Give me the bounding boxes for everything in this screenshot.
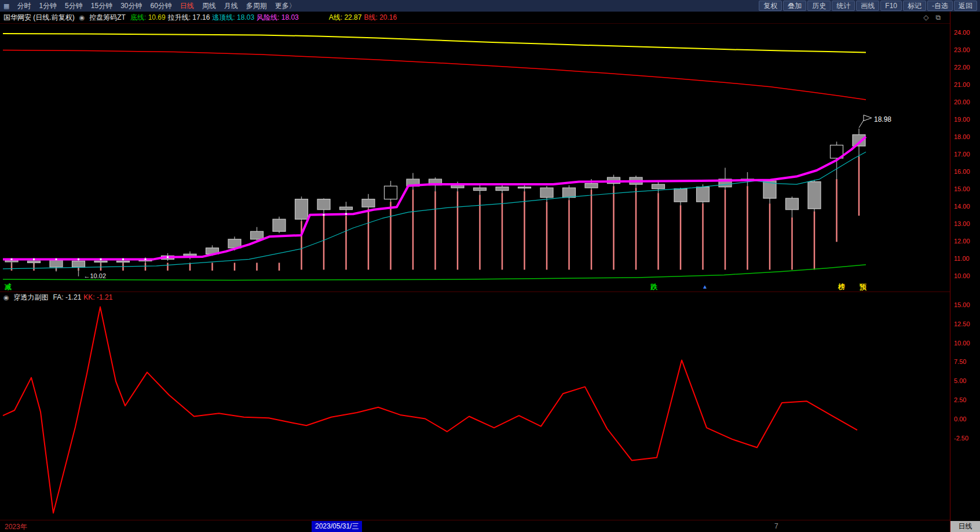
app-menu-icon[interactable]: ▦ bbox=[0, 2, 13, 10]
indicator-field-value: 22.87 bbox=[344, 13, 361, 21]
indicator-field-label: 底线: bbox=[130, 13, 148, 21]
indicator-field-value: -1.21 bbox=[65, 293, 81, 301]
toolbar-button--自选[interactable]: -自选 bbox=[927, 1, 953, 11]
price-axis-label: 0.00 bbox=[954, 416, 966, 422]
main-indicator-name[interactable]: 控盘筹码ZT bbox=[89, 13, 126, 23]
indicator-field-label: 拉升线: bbox=[168, 13, 193, 21]
price-axis-label: 22.00 bbox=[954, 64, 970, 71]
price-axis-label: 10.00 bbox=[954, 272, 970, 279]
tdx-trading-window: ▦ 分时1分钟5分钟15分钟30分钟60分钟日线周线月线多周期更多〉 复权叠加历… bbox=[0, 0, 980, 532]
top-toolbar: ▦ 分时1分钟5分钟15分钟30分钟60分钟日线周线月线多周期更多〉 复权叠加历… bbox=[0, 0, 980, 12]
indicator-field: A线: 22.87 bbox=[329, 13, 362, 21]
toolbar-button-历史[interactable]: 历史 bbox=[807, 1, 831, 11]
toolbar-button-标记[interactable]: 标记 bbox=[903, 1, 926, 11]
price-axis-label: 24.00 bbox=[954, 29, 970, 36]
price-axis-label: 14.00 bbox=[954, 203, 970, 210]
price-axis-label: 12.50 bbox=[954, 320, 970, 327]
indicator-field-value: 18.03 bbox=[237, 13, 254, 21]
period-tab-多周期[interactable]: 多周期 bbox=[242, 0, 271, 12]
window-expand-icon[interactable]: ⧉ bbox=[935, 13, 941, 21]
indicator-field: 风险线: 18.03 bbox=[257, 13, 299, 21]
event-marker-减: 减 bbox=[5, 283, 12, 291]
period-tab-更多〉[interactable]: 更多〉 bbox=[271, 0, 300, 12]
indicator-field-value: 17.16 bbox=[192, 13, 210, 21]
period-tab-日线[interactable]: 日线 bbox=[176, 0, 198, 12]
price-axis-label: 19.00 bbox=[954, 116, 970, 123]
time-axis[interactable]: 2023年 2023/05/31/三 7 bbox=[0, 520, 950, 532]
sub-indicator-values: FA: -1.21KK: -1.21 bbox=[53, 293, 115, 301]
price-axis-label: 7.50 bbox=[954, 358, 966, 365]
price-axis-label: 18.00 bbox=[954, 133, 970, 140]
price-axis-label: 11.00 bbox=[954, 255, 970, 262]
event-marker-榜: 榜 bbox=[838, 283, 845, 291]
price-axis-divider bbox=[950, 12, 950, 532]
price-axis-label: 2.50 bbox=[954, 396, 966, 403]
diamond-icon[interactable]: ◇ bbox=[923, 13, 928, 21]
indicator-field-label: FA: bbox=[53, 293, 65, 301]
period-tab-60分钟[interactable]: 60分钟 bbox=[147, 0, 176, 12]
sub-chart-header: ◉ 穿透力副图 FA: -1.21KK: -1.21 bbox=[0, 292, 115, 303]
indicator-field-value: -1.21 bbox=[97, 293, 112, 301]
event-marker-row: 减跌▲榜预 bbox=[0, 283, 950, 292]
symbol-title: 国华网安 (日线.前复权) bbox=[3, 13, 75, 23]
sub-chart[interactable] bbox=[0, 303, 950, 520]
indicator-field: KK: -1.21 bbox=[83, 293, 112, 301]
svg-text:18.98: 18.98 bbox=[874, 115, 891, 123]
price-axis-label: -2.50 bbox=[954, 435, 968, 442]
period-tab-月线[interactable]: 月线 bbox=[220, 0, 242, 12]
period-tab-周线[interactable]: 周线 bbox=[198, 0, 220, 12]
price-axis-label: 20.00 bbox=[954, 99, 970, 105]
indicator-field-value: 20.16 bbox=[379, 13, 397, 21]
svg-text:←10.02: ←10.02 bbox=[84, 272, 107, 279]
price-axis-label: 10.00 bbox=[954, 340, 970, 347]
toolbar-button-复权[interactable]: 复权 bbox=[759, 1, 782, 11]
indicator-field-value: 18.03 bbox=[281, 13, 299, 21]
period-indicator[interactable]: 日线 bbox=[950, 521, 980, 532]
indicator-field-label: A线: bbox=[329, 13, 345, 21]
toolbar-button-统计[interactable]: 统计 bbox=[832, 1, 855, 11]
period-tab-15分钟[interactable]: 15分钟 bbox=[87, 0, 116, 12]
period-tab-分时[interactable]: 分时 bbox=[13, 0, 35, 12]
crosshair-date-label: 2023/05/31/三 bbox=[312, 521, 362, 532]
sub-indicator-collapse-icon[interactable]: ◉ bbox=[3, 294, 9, 301]
price-axis-label: 15.00 bbox=[954, 185, 970, 192]
toolbar-button-叠加[interactable]: 叠加 bbox=[783, 1, 806, 11]
period-tab-bar: 分时1分钟5分钟15分钟30分钟60分钟日线周线月线多周期更多〉 bbox=[13, 0, 299, 12]
event-marker-预: 预 bbox=[860, 283, 866, 291]
indicator-field-value: 10.69 bbox=[148, 13, 166, 21]
event-marker-跌: 跌 bbox=[650, 283, 657, 291]
price-axis-label: 15.00 bbox=[954, 301, 970, 308]
header-divider bbox=[0, 23, 950, 24]
toolbar-button-F10[interactable]: F10 bbox=[880, 1, 902, 11]
toolbar-action-bar: 复权叠加历史统计画线F10标记-自选返回 bbox=[758, 1, 980, 11]
main-indicator-values: 底线: 10.69拉升线: 17.16逃顶线: 18.03风险线: 18.03A… bbox=[130, 13, 399, 23]
period-tab-30分钟[interactable]: 30分钟 bbox=[116, 0, 146, 12]
sub-indicator-name[interactable]: 穿透力副图 bbox=[14, 293, 49, 303]
price-axis-label: 16.00 bbox=[954, 168, 970, 175]
main-chart-header: 国华网安 (日线.前复权) ◉ 控盘筹码ZT 底线: 10.69拉升线: 17.… bbox=[0, 12, 950, 23]
price-axis-label: 21.00 bbox=[954, 81, 970, 88]
period-tab-5分钟[interactable]: 5分钟 bbox=[61, 0, 87, 12]
indicator-field: FA: -1.21 bbox=[53, 293, 82, 301]
main-chart[interactable]: ←10.0218.98 bbox=[0, 23, 950, 291]
price-axis-label: 23.00 bbox=[954, 46, 970, 53]
indicator-field-label: 逃顶线: bbox=[212, 13, 237, 21]
indicator-field: 底线: 10.69 bbox=[130, 13, 166, 21]
indicator-field: 逃顶线: 18.03 bbox=[212, 13, 254, 21]
price-axis-label: 5.00 bbox=[954, 377, 966, 384]
toolbar-button-返回[interactable]: 返回 bbox=[954, 1, 977, 11]
indicator-field: B线: 20.16 bbox=[364, 13, 397, 21]
price-axis-label: 13.00 bbox=[954, 220, 970, 227]
toolbar-button-画线[interactable]: 画线 bbox=[856, 1, 879, 11]
indicator-field-label: KK: bbox=[83, 293, 97, 301]
indicator-collapse-icon[interactable]: ◉ bbox=[79, 14, 85, 21]
indicator-field-label: B线: bbox=[364, 13, 379, 21]
price-axis-label: 12.00 bbox=[954, 238, 970, 245]
price-axis-label: 17.00 bbox=[954, 151, 970, 158]
indicator-field-label: 风险线: bbox=[257, 13, 281, 21]
axis-mid-label: 7 bbox=[774, 522, 778, 530]
period-tab-1分钟[interactable]: 1分钟 bbox=[35, 0, 61, 12]
indicator-field: 拉升线: 17.16 bbox=[168, 13, 210, 21]
event-marker-▲: ▲ bbox=[702, 283, 708, 291]
axis-year-label: 2023年 bbox=[5, 522, 27, 532]
